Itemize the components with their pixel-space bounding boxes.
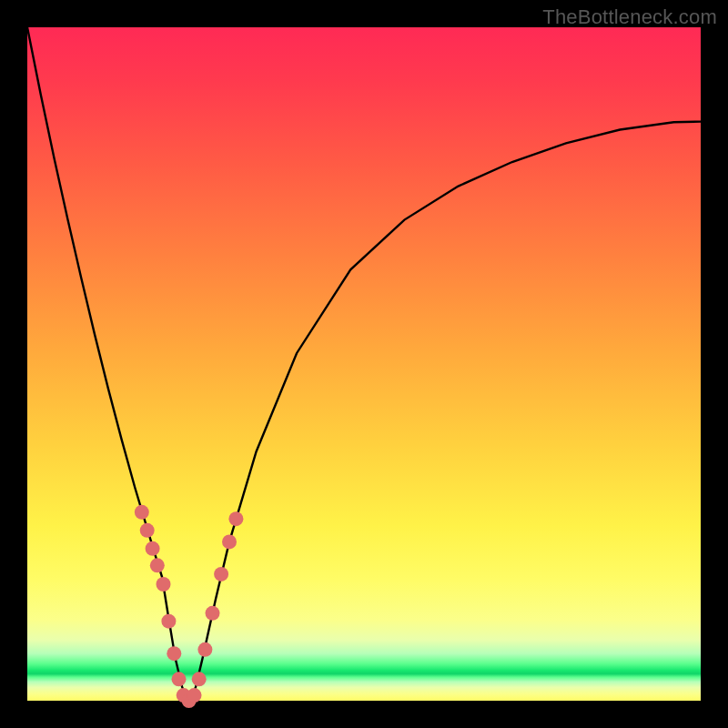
curve-marker	[222, 534, 237, 549]
curve-marker	[146, 541, 160, 556]
curve-marker	[135, 505, 149, 520]
bottleneck-curve	[27, 27, 701, 701]
watermark-text: TheBottleneck.com	[542, 5, 717, 29]
curve-markers	[135, 505, 244, 708]
curve-marker	[206, 606, 220, 621]
curve-marker	[192, 672, 207, 686]
curve-path	[27, 27, 701, 701]
curve-marker	[140, 523, 155, 538]
curve-marker	[228, 511, 243, 526]
curve-marker	[197, 642, 212, 657]
chart-frame: TheBottleneck.com	[0, 0, 728, 728]
curve-marker	[150, 558, 165, 572]
curve-marker	[161, 614, 176, 629]
curve-marker	[214, 567, 228, 581]
curve-marker	[157, 577, 171, 592]
curve-marker	[187, 688, 202, 703]
curve-marker	[167, 646, 181, 661]
curve-marker	[172, 672, 187, 686]
plot-area	[27, 27, 701, 701]
